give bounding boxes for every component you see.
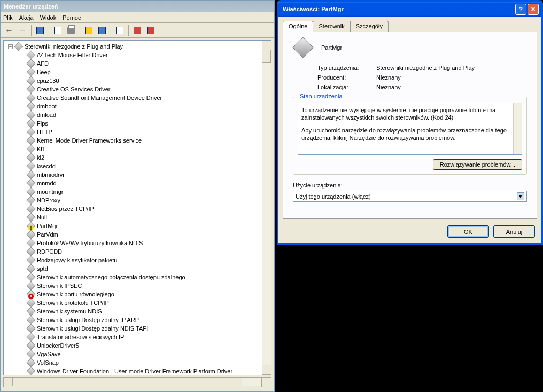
tree-item[interactable]: sptd	[28, 264, 269, 273]
device-icon	[27, 350, 36, 359]
tree-item[interactable]: Sterownik automatycznego połączenia dost…	[28, 273, 269, 281]
device-icon	[27, 102, 36, 111]
tree-item[interactable]: VolSnap	[28, 358, 269, 367]
tree-item[interactable]: ParVdm	[28, 230, 269, 239]
toolbar-button[interactable]	[83, 25, 95, 36]
tree-item[interactable]: Sterownik usługi Dostęp zdalny IP ARP	[28, 316, 269, 324]
cancel-button[interactable]: Anuluj	[493, 225, 535, 238]
tree-item[interactable]: dmload	[28, 111, 269, 119]
tab-driver[interactable]: Sterownik	[313, 21, 350, 32]
separator	[111, 25, 111, 36]
tree-item[interactable]: dmboot	[28, 102, 269, 111]
tree-item[interactable]: AFD	[28, 59, 269, 68]
tree-item-label: mountmgr	[37, 189, 64, 195]
tree-root-item[interactable]: − Sterowniki niezgodne z Plug and Play	[8, 42, 269, 51]
tree-item[interactable]: Sterownik systemu NDIS	[28, 307, 269, 316]
toolbar-button[interactable]	[96, 25, 108, 36]
close-button[interactable]: ×	[528, 4, 539, 15]
tree-item[interactable]: Sterownik portu równoległego	[28, 290, 269, 299]
tree-item[interactable]: Kernel Mode Driver Frameworks service	[28, 136, 269, 145]
tree-item-label: Sterownik IPSEC	[37, 283, 82, 289]
back-button[interactable]: ←	[3, 25, 15, 36]
tree-item[interactable]: mbmiodrvr	[28, 170, 269, 179]
tree-item[interactable]: Sterownik protokołu TCP/IP	[28, 299, 269, 307]
tree-item[interactable]: Sterownik IPSEC	[28, 281, 269, 290]
device-icon	[27, 333, 36, 342]
toolbar-button[interactable]	[131, 25, 143, 36]
tree-item[interactable]: Translator adresów sieciowych IP	[28, 333, 269, 341]
properties-icon	[54, 27, 61, 34]
tree-root-label: Sterowniki niezgodne z Plug and Play	[25, 43, 123, 50]
tree-item[interactable]: A4Tech Mouse Filter Driver	[28, 51, 269, 59]
tree-item[interactable]: Protokół We/Wy trybu użytkownika NDIS	[28, 239, 269, 247]
tree-item[interactable]: UnlockerDriver5	[28, 341, 269, 350]
print-button[interactable]	[65, 25, 77, 36]
ok-button[interactable]: OK	[447, 225, 489, 238]
dialog-titlebar[interactable]: Właściwości: PartMgr ? ×	[278, 2, 541, 17]
tree-item[interactable]: mountmgr	[28, 187, 269, 196]
tree-item-label: Beep	[37, 69, 51, 75]
tree-item[interactable]: cpuz130	[28, 76, 269, 85]
tree-item-label: Sterownik protokołu TCP/IP	[37, 300, 109, 306]
toolbar-button[interactable]	[114, 25, 126, 36]
tree-item[interactable]: NDProxy	[28, 196, 269, 205]
tree-item[interactable]: ksecdd	[28, 162, 269, 170]
horizontal-scrollbar[interactable]	[3, 377, 272, 386]
tree-item[interactable]: PartMgr	[28, 222, 269, 230]
tree-item[interactable]: Kl1	[28, 145, 269, 153]
usage-select[interactable]: Użyj tego urządzenia (włącz)	[293, 191, 527, 202]
toolbar-icon	[98, 27, 106, 34]
device-tree[interactable]: − Sterowniki niezgodne z Plug and Play A…	[3, 40, 272, 375]
tree-item-label: dmload	[37, 112, 56, 118]
toolbar-icon	[85, 27, 92, 34]
toolbar-button[interactable]	[145, 25, 157, 36]
tree-item[interactable]: HTTP	[28, 128, 269, 136]
tree-item-label: Protokół We/Wy trybu użytkownika NDIS	[37, 240, 143, 246]
tree-item[interactable]: Sterownik usługi Dostęp zdalny NDIS TAPI	[28, 324, 269, 333]
device-icon	[27, 230, 36, 239]
device-icon	[27, 85, 36, 94]
tree-item[interactable]: mnmdd	[28, 179, 269, 187]
tree-item[interactable]: Creative OS Services Driver	[28, 85, 269, 93]
vertical-scrollbar[interactable]	[262, 41, 271, 375]
scroll-thumb[interactable]	[262, 50, 271, 63]
tree-item[interactable]: Beep	[28, 68, 269, 76]
collapse-icon[interactable]: −	[8, 44, 13, 49]
device-name: PartMgr	[321, 44, 342, 51]
device-status-group: Stan urządzenia To urządzenie nie występ…	[293, 97, 527, 175]
tree-item[interactable]: RDPCDD	[28, 247, 269, 256]
tree-item[interactable]: Fips	[28, 119, 269, 128]
tree-item[interactable]: Windows Driver Foundation - User-mode Dr…	[28, 367, 269, 375]
tab-details[interactable]: Szczegóły	[350, 21, 389, 32]
menu-view[interactable]: Widok	[40, 14, 57, 21]
menu-file[interactable]: Plik	[3, 14, 13, 21]
toolbar-button[interactable]	[34, 25, 46, 36]
properties-button[interactable]	[52, 25, 64, 36]
tree-item-label: HTTP	[37, 129, 52, 135]
status-scrollbar[interactable]	[513, 103, 522, 154]
troubleshoot-button[interactable]: Rozwiązywanie problemów...	[433, 159, 522, 170]
arrow-back-icon: ←	[5, 26, 13, 35]
tree-item[interactable]: VgaSave	[28, 350, 269, 358]
tree-item-label: RDPCDD	[37, 248, 62, 255]
device-icon	[27, 247, 36, 256]
device-icon	[27, 51, 36, 60]
status-textbox[interactable]: To urządzenie nie występuje w systemie, …	[298, 103, 522, 155]
menu-help[interactable]: Pomoc	[63, 14, 81, 21]
tree-item-label: ksecdd	[37, 163, 56, 169]
tab-general[interactable]: Ogólne	[283, 21, 313, 33]
usage-value: Użyj tego urządzenia (włącz)	[296, 193, 371, 200]
tree-item[interactable]: Null	[28, 213, 269, 222]
help-button[interactable]: ?	[515, 4, 526, 15]
category-icon	[14, 42, 24, 51]
tree-item-label: VolSnap	[37, 359, 59, 366]
tree-item[interactable]: kl2	[28, 153, 269, 162]
toolbar: ← →	[1, 23, 274, 38]
tree-item[interactable]: Rodzajowy klasyfikator pakietu	[28, 256, 269, 264]
menu-action[interactable]: Akcja	[19, 14, 34, 21]
tree-item[interactable]: NetBios przez TCP/IP	[28, 205, 269, 213]
tree-item-label: mbmiodrvr	[37, 171, 65, 178]
tree-item[interactable]: Creative SoundFont Management Device Dri…	[28, 93, 269, 102]
window-title: Menedżer urządzeń	[1, 1, 274, 12]
scroll-thumb[interactable]	[12, 378, 242, 386]
